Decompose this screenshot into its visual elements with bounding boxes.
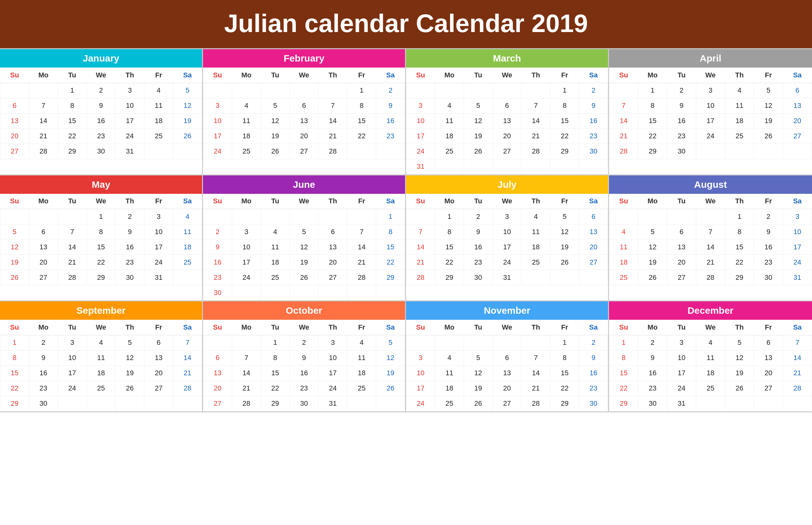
calendar-day[interactable]: 1 <box>87 209 116 224</box>
calendar-day[interactable]: 22 <box>638 129 667 144</box>
calendar-day[interactable]: 12 <box>725 350 754 365</box>
calendar-day[interactable]: 30 <box>579 396 608 411</box>
calendar-day[interactable]: 25 <box>609 270 638 285</box>
calendar-day[interactable]: 20 <box>0 129 29 144</box>
calendar-day[interactable]: 22 <box>725 255 754 270</box>
calendar-day[interactable]: 5 <box>173 83 202 98</box>
calendar-day[interactable]: 12 <box>754 98 783 113</box>
calendar-day[interactable]: 8 <box>0 350 29 365</box>
calendar-day[interactable]: 17 <box>318 365 347 381</box>
calendar-day[interactable]: 5 <box>464 98 493 113</box>
calendar-day[interactable]: 30 <box>638 396 667 411</box>
calendar-day[interactable]: 13 <box>144 350 173 365</box>
calendar-day[interactable]: 16 <box>116 240 144 255</box>
calendar-day[interactable]: 17 <box>116 113 144 129</box>
calendar-day[interactable]: 20 <box>493 381 522 396</box>
calendar-day[interactable]: 22 <box>347 129 376 144</box>
calendar-day[interactable]: 31 <box>493 270 522 285</box>
calendar-day[interactable]: 25 <box>696 381 725 396</box>
calendar-day[interactable]: 16 <box>464 240 493 255</box>
calendar-day[interactable]: 30 <box>579 144 608 159</box>
calendar-day[interactable]: 1 <box>609 335 638 350</box>
calendar-day[interactable]: 26 <box>376 381 405 396</box>
calendar-day[interactable]: 29 <box>58 144 87 159</box>
calendar-day[interactable]: 19 <box>261 129 290 144</box>
calendar-day[interactable]: 8 <box>725 224 754 240</box>
calendar-day[interactable]: 10 <box>318 350 347 365</box>
calendar-day[interactable]: 6 <box>579 209 608 224</box>
calendar-day[interactable]: 15 <box>347 113 376 129</box>
calendar-day[interactable]: 15 <box>87 240 116 255</box>
calendar-day[interactable]: 18 <box>144 113 173 129</box>
calendar-day[interactable]: 23 <box>116 255 144 270</box>
calendar-day[interactable]: 10 <box>696 98 725 113</box>
calendar-day[interactable]: 24 <box>116 129 144 144</box>
calendar-day[interactable]: 24 <box>667 381 696 396</box>
calendar-day[interactable]: 7 <box>173 335 202 350</box>
calendar-day[interactable]: 29 <box>261 396 290 411</box>
calendar-day[interactable]: 24 <box>406 144 435 159</box>
calendar-day[interactable]: 2 <box>754 209 783 224</box>
calendar-day[interactable]: 9 <box>290 350 318 365</box>
calendar-day[interactable]: 1 <box>261 335 290 350</box>
calendar-day[interactable]: 13 <box>579 224 608 240</box>
calendar-day[interactable]: 24 <box>783 255 812 270</box>
calendar-day[interactable]: 20 <box>667 255 696 270</box>
calendar-day[interactable]: 17 <box>696 113 725 129</box>
calendar-day[interactable]: 10 <box>406 113 435 129</box>
calendar-day[interactable]: 24 <box>144 255 173 270</box>
calendar-day[interactable]: 1 <box>347 83 376 98</box>
calendar-day[interactable]: 3 <box>783 209 812 224</box>
calendar-day[interactable]: 22 <box>261 381 290 396</box>
calendar-day[interactable]: 13 <box>29 240 58 255</box>
calendar-day[interactable]: 30 <box>203 285 232 300</box>
calendar-day[interactable]: 13 <box>667 240 696 255</box>
calendar-day[interactable]: 23 <box>290 381 318 396</box>
calendar-day[interactable]: 28 <box>232 396 261 411</box>
calendar-day[interactable]: 17 <box>203 129 232 144</box>
calendar-day[interactable]: 3 <box>232 224 261 240</box>
calendar-day[interactable]: 8 <box>638 98 667 113</box>
calendar-day[interactable]: 29 <box>0 396 29 411</box>
calendar-day[interactable]: 15 <box>725 240 754 255</box>
calendar-day[interactable]: 23 <box>376 129 405 144</box>
calendar-day[interactable]: 2 <box>29 335 58 350</box>
calendar-day[interactable]: 22 <box>435 255 464 270</box>
calendar-day[interactable]: 12 <box>376 350 405 365</box>
calendar-day[interactable]: 31 <box>406 159 435 174</box>
calendar-day[interactable]: 18 <box>522 240 550 255</box>
calendar-day[interactable]: 25 <box>87 381 116 396</box>
calendar-day[interactable]: 8 <box>87 224 116 240</box>
calendar-day[interactable]: 20 <box>29 255 58 270</box>
calendar-day[interactable]: 21 <box>347 255 376 270</box>
calendar-day[interactable]: 24 <box>406 396 435 411</box>
calendar-day[interactable]: 1 <box>725 209 754 224</box>
calendar-day[interactable]: 3 <box>406 350 435 365</box>
calendar-day[interactable]: 28 <box>29 144 58 159</box>
calendar-day[interactable]: 4 <box>609 224 638 240</box>
calendar-day[interactable]: 25 <box>173 255 202 270</box>
calendar-day[interactable]: 16 <box>29 365 58 381</box>
calendar-day[interactable]: 6 <box>29 224 58 240</box>
calendar-day[interactable]: 27 <box>29 270 58 285</box>
calendar-day[interactable]: 26 <box>0 270 29 285</box>
calendar-day[interactable]: 5 <box>261 98 290 113</box>
calendar-day[interactable]: 10 <box>203 113 232 129</box>
calendar-day[interactable]: 12 <box>464 365 493 381</box>
calendar-day[interactable]: 11 <box>232 113 261 129</box>
calendar-day[interactable]: 17 <box>667 365 696 381</box>
calendar-day[interactable]: 28 <box>783 381 812 396</box>
calendar-day[interactable]: 26 <box>464 396 493 411</box>
calendar-day[interactable]: 28 <box>522 144 550 159</box>
calendar-day[interactable]: 1 <box>550 83 579 98</box>
calendar-day[interactable]: 19 <box>0 255 29 270</box>
calendar-day[interactable]: 2 <box>290 335 318 350</box>
calendar-day[interactable]: 14 <box>173 350 202 365</box>
calendar-day[interactable]: 16 <box>579 113 608 129</box>
calendar-day[interactable]: 7 <box>232 350 261 365</box>
calendar-day[interactable]: 4 <box>173 209 202 224</box>
calendar-day[interactable]: 25 <box>435 144 464 159</box>
calendar-day[interactable]: 3 <box>493 209 522 224</box>
calendar-day[interactable]: 11 <box>347 350 376 365</box>
calendar-day[interactable]: 29 <box>435 270 464 285</box>
